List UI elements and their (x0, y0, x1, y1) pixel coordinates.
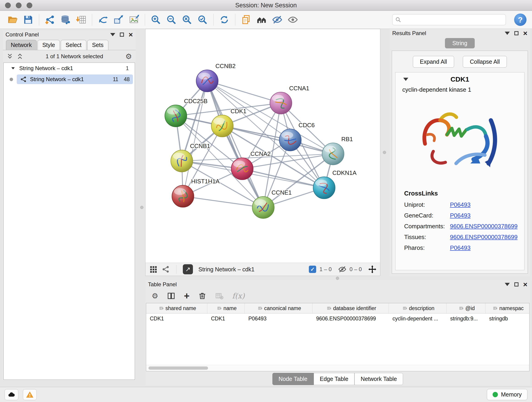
window-zoom-button[interactable] (27, 2, 32, 8)
column-header-shared-name[interactable]: shared name (146, 303, 207, 313)
function-builder-icon[interactable]: f(x) (232, 292, 245, 300)
zoom-out-button[interactable] (164, 13, 178, 27)
scrollbar-thumb[interactable] (148, 366, 208, 370)
save-session-button[interactable] (21, 13, 35, 27)
refresh-view-button[interactable] (217, 13, 231, 27)
network-node-CCNA1[interactable]: CCNA1 (270, 85, 309, 114)
panel-float-icon[interactable] (514, 31, 519, 35)
table-options-gear-icon[interactable]: ⚙ (152, 292, 158, 300)
network-options-gear-icon[interactable]: ⚙ (125, 53, 132, 60)
network-row-selected[interactable]: String Network – cdk1 11 48 (4, 74, 135, 85)
export-image-button[interactable] (127, 13, 141, 27)
expand-all-button[interactable]: Expand All (413, 56, 454, 68)
warnings-button[interactable] (23, 389, 37, 400)
panel-menu-icon[interactable] (505, 283, 510, 286)
section-disclosure-icon[interactable] (403, 78, 408, 81)
show-panel-button[interactable] (286, 13, 300, 27)
import-network-from-file-button[interactable] (43, 13, 57, 27)
network-node-HIST1H1A[interactable]: HIST1H1A (172, 178, 220, 207)
splitter-handle-left[interactable] (140, 206, 143, 209)
detach-view-button[interactable]: ↗ (183, 264, 193, 274)
splitter-handle-bottom[interactable] (336, 277, 339, 280)
panel-close-icon[interactable]: × (523, 30, 527, 37)
network-row-highlight[interactable]: String Network – cdk1 11 48 (17, 75, 133, 84)
expand-all-icon[interactable] (17, 53, 23, 60)
tab-network-table[interactable]: Network Table (355, 373, 403, 385)
column-header-description[interactable]: description (389, 303, 447, 313)
panel-close-icon[interactable]: × (523, 281, 527, 288)
tab-select[interactable]: Select (61, 40, 86, 50)
column-header-name[interactable]: name (207, 303, 245, 313)
panel-float-icon[interactable] (120, 32, 124, 37)
network-edge-CCNB2-CCNA1[interactable] (207, 81, 281, 103)
crosslink-link[interactable]: P06493 (450, 212, 471, 219)
import-network-from-database-button[interactable] (58, 13, 73, 27)
window-minimize-button[interactable] (16, 2, 22, 8)
tab-string[interactable]: String (445, 38, 475, 48)
network-arrows-button[interactable] (96, 13, 110, 27)
network-edge-CCNA2-CDKN1A[interactable] (242, 169, 324, 188)
help-button[interactable]: ? (514, 13, 526, 26)
crosslink-link[interactable]: 9606.ENSP00000378699 (450, 234, 518, 241)
gene-section-header[interactable]: CDK1 (395, 72, 524, 86)
tab-node-table[interactable]: Node Table (272, 373, 314, 385)
create-column-icon[interactable]: + (184, 291, 190, 301)
column-header-namespace[interactable]: namespac (486, 303, 529, 313)
panel-float-icon[interactable] (514, 282, 519, 287)
splitter-handle-right[interactable] (383, 151, 386, 154)
open-session-button[interactable] (6, 13, 20, 27)
window-close-button[interactable] (5, 2, 11, 8)
home-panels-button[interactable] (254, 13, 269, 27)
network-node-RB1[interactable]: RB1 (322, 136, 353, 165)
cell-shared-name[interactable]: CDK1 (146, 316, 207, 322)
network-graph[interactable]: CCNB2CCNA1CDC25BCDK1CDC6RB1CCNB1CCNA2CDK… (146, 29, 380, 263)
grid-view-icon[interactable] (149, 265, 157, 274)
cell-namespace[interactable]: stringdb (486, 316, 529, 322)
tab-sets[interactable]: Sets (87, 40, 108, 50)
cell-description[interactable]: cyclin-dependent ... (389, 316, 447, 322)
network-node-CDC25B[interactable]: CDC25B (165, 98, 207, 127)
cell-canonical-name[interactable]: P06493 (245, 316, 312, 322)
zoom-selected-button[interactable] (196, 13, 210, 27)
network-node-CCNE1[interactable]: CCNE1 (252, 189, 292, 218)
tab-network[interactable]: Network (6, 40, 37, 50)
panel-menu-icon[interactable] (110, 33, 115, 36)
node-table-row[interactable]: CDK1 CDK1 P06493 9606.ENSP00000378699 cy… (146, 313, 529, 324)
hide-panel-button[interactable] (270, 13, 284, 27)
selected-checkbox-icon[interactable]: ✓ (309, 266, 316, 273)
new-network-from-selection-button[interactable] (111, 13, 126, 27)
pan-move-icon[interactable] (368, 265, 376, 274)
panel-close-icon[interactable]: × (128, 31, 133, 38)
cell-id[interactable]: stringdb:9... (447, 316, 486, 322)
network-edge-CDK1-RB1[interactable] (222, 126, 333, 154)
cell-database-identifier[interactable]: 9606.ENSP00000378699 (312, 316, 389, 322)
network-edge-CCNE1-HIST1H1A[interactable] (183, 196, 263, 207)
cell-name[interactable]: CDK1 (207, 316, 245, 322)
show-columns-icon[interactable] (167, 292, 175, 300)
crosslink-link[interactable]: 9606.ENSP00000378699 (450, 223, 518, 230)
zoom-fit-button[interactable] (180, 13, 194, 27)
network-overview-icon[interactable] (162, 265, 170, 274)
cloud-button[interactable] (5, 389, 18, 400)
global-search[interactable] (392, 14, 506, 25)
column-header-id[interactable]: @id (447, 303, 486, 313)
crosslink-link[interactable]: P06493 (450, 201, 471, 208)
network-node-CDKN1A[interactable]: CDKN1A (313, 169, 357, 199)
hidden-eye-slash-icon[interactable] (338, 265, 346, 274)
crosslink-link[interactable]: P06493 (450, 244, 471, 251)
network-canvas[interactable]: CCNB2CCNA1CDC25BCDK1CDC6RB1CCNB1CCNA2CDK… (146, 29, 380, 263)
memory-button[interactable]: Memory (487, 389, 527, 400)
collapse-all-icon[interactable] (6, 53, 13, 60)
search-input[interactable] (404, 16, 503, 23)
network-collection-row[interactable]: String Network – cdk1 1 (4, 63, 135, 74)
delete-column-trash-icon[interactable] (198, 292, 206, 300)
disclosure-triangle-icon[interactable] (11, 66, 16, 71)
clone-document-button[interactable] (239, 13, 253, 27)
column-header-canonical-name[interactable]: canonical name (245, 303, 312, 313)
collapse-all-button[interactable]: Collapse All (463, 56, 507, 68)
network-edge-CCNB2-CCNE1[interactable] (207, 81, 263, 207)
tab-edge-table[interactable]: Edge Table (314, 373, 355, 385)
panel-menu-icon[interactable] (505, 32, 510, 35)
horizontal-scrollbar[interactable] (146, 365, 529, 371)
network-node-CDK1[interactable]: CDK1 (211, 108, 246, 137)
